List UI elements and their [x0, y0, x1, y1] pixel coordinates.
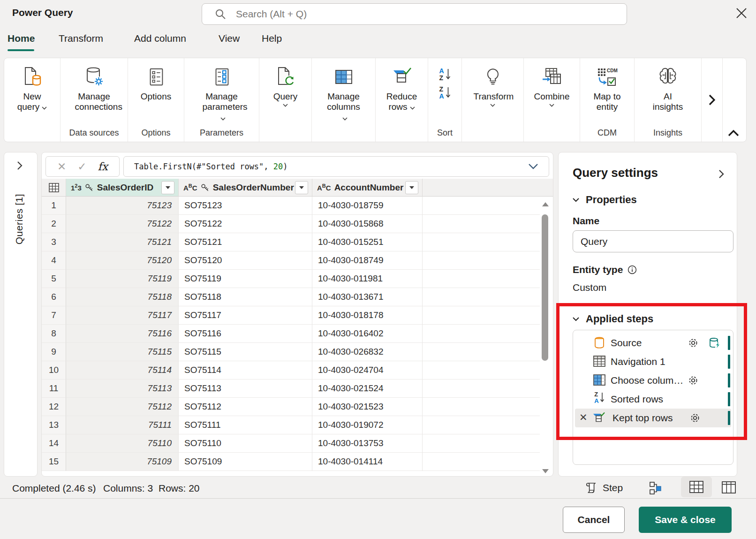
query-name-input[interactable]: Query — [573, 230, 733, 252]
data-source-lightning-icon[interactable] — [708, 336, 721, 349]
cell-salesorderid[interactable]: 75116 — [66, 325, 179, 343]
cell-accountnumber[interactable]: 10-4030-014114 — [312, 453, 423, 471]
step-kept-top-rows[interactable]: ✕ Kept top rows — [575, 409, 731, 427]
cell-accountnumber[interactable]: 10-4030-019072 — [312, 416, 423, 434]
applied-steps-section-header[interactable]: Applied steps — [573, 313, 653, 325]
step-source[interactable]: Source — [573, 334, 733, 352]
cell-salesordernumber[interactable]: SO75123 — [179, 197, 312, 215]
collapse-settings-icon[interactable] — [718, 169, 725, 179]
scrollbar-thumb[interactable] — [542, 214, 548, 361]
properties-section-header[interactable]: Properties — [573, 194, 637, 206]
step-sorted-rows[interactable]: ZA Sorted rows — [573, 390, 733, 409]
column-header-salesorderid[interactable]: 123 SalesOrderID — [66, 179, 179, 197]
tab-view[interactable]: View — [219, 33, 240, 44]
cell-salesorderid[interactable]: 75123 — [66, 197, 179, 215]
cell-salesorderid[interactable]: 75121 — [66, 233, 179, 251]
new-query-button[interactable]: New query — [4, 58, 60, 142]
cancel-button[interactable]: Cancel — [563, 507, 625, 533]
cell-salesorderid[interactable]: 75111 — [66, 416, 179, 434]
cell-accountnumber[interactable]: 10-4030-024704 — [312, 361, 423, 380]
cell-salesorderid[interactable]: 75122 — [66, 215, 179, 233]
sort-ascending-button[interactable]: AZ — [439, 68, 450, 81]
collapse-ribbon-button[interactable] — [727, 129, 740, 137]
formula-input[interactable]: Table.FirstN(#"Sorted rows", 20) — [123, 156, 549, 177]
delete-step-icon[interactable]: ✕ — [579, 412, 588, 422]
step-navigation[interactable]: Navigation 1 — [573, 352, 733, 371]
column-filter-button[interactable] — [161, 181, 174, 194]
cell-salesordernumber[interactable]: SO75112 — [179, 398, 312, 416]
cell-salesorderid[interactable]: 75112 — [66, 398, 179, 416]
row-number[interactable]: 14 — [42, 434, 66, 453]
cell-salesorderid[interactable]: 75113 — [66, 380, 179, 398]
cell-accountnumber[interactable]: 10-4030-018749 — [312, 251, 423, 270]
row-number[interactable]: 1 — [42, 197, 66, 215]
cell-salesorderid[interactable]: 75117 — [66, 306, 179, 325]
cell-salesordernumber[interactable]: SO75116 — [179, 325, 312, 343]
row-number[interactable]: 12 — [42, 398, 66, 416]
tab-transform[interactable]: Transform — [59, 33, 103, 44]
cell-salesordernumber[interactable]: SO75121 — [179, 233, 312, 251]
row-number[interactable]: 5 — [42, 270, 66, 288]
cell-salesordernumber[interactable]: SO75115 — [179, 343, 312, 361]
row-number[interactable]: 7 — [42, 306, 66, 325]
gear-icon[interactable] — [689, 412, 701, 424]
cell-salesordernumber[interactable]: SO75111 — [179, 416, 312, 434]
combine-button[interactable]: Combine — [524, 58, 580, 142]
cell-salesordernumber[interactable]: SO75114 — [179, 361, 312, 380]
tab-home[interactable]: Home — [8, 33, 35, 44]
info-icon[interactable] — [627, 265, 637, 274]
row-number[interactable]: 13 — [42, 416, 66, 434]
row-number[interactable]: 4 — [42, 251, 66, 270]
column-header-salesordernumber[interactable]: ABC SalesOrderNumber — [179, 179, 312, 197]
row-number[interactable]: 2 — [42, 215, 66, 233]
scroll-down-icon[interactable] — [542, 469, 549, 473]
cell-salesorderid[interactable]: 75118 — [66, 288, 179, 306]
cell-accountnumber[interactable]: 10-4030-013753 — [312, 434, 423, 453]
cell-accountnumber[interactable]: 10-4030-015868 — [312, 215, 423, 233]
queries-pane-label[interactable]: Queries [1] — [14, 194, 25, 244]
query-dependencies-icon[interactable] — [649, 481, 663, 495]
cell-salesorderid[interactable]: 75114 — [66, 361, 179, 380]
scroll-up-icon[interactable] — [542, 202, 549, 206]
data-view-button[interactable] — [681, 477, 712, 497]
column-filter-button[interactable] — [405, 181, 418, 194]
cell-salesordernumber[interactable]: SO75122 — [179, 215, 312, 233]
step-view-button[interactable]: Step — [585, 481, 623, 494]
close-icon[interactable] — [735, 7, 748, 20]
cell-accountnumber[interactable]: 10-4030-013671 — [312, 288, 423, 306]
row-number[interactable]: 11 — [42, 380, 66, 398]
cell-salesorderid[interactable]: 75110 — [66, 434, 179, 453]
schema-view-icon[interactable] — [721, 481, 736, 494]
row-number[interactable]: 15 — [42, 453, 66, 471]
vertical-scrollbar[interactable] — [540, 199, 551, 473]
column-filter-button[interactable] — [295, 181, 308, 194]
row-number[interactable]: 9 — [42, 343, 66, 361]
cell-salesordernumber[interactable]: SO75110 — [179, 434, 312, 453]
cell-salesorderid[interactable]: 75119 — [66, 270, 179, 288]
cell-accountnumber[interactable]: 10-4030-018759 — [312, 197, 423, 215]
formula-cancel-icon[interactable]: ✕ — [57, 161, 66, 172]
cell-accountnumber[interactable]: 10-4030-015251 — [312, 233, 423, 251]
cell-accountnumber[interactable]: 10-4030-021524 — [312, 380, 423, 398]
formula-commit-icon[interactable]: ✓ — [77, 161, 86, 172]
step-choose-columns[interactable]: Choose colum… — [573, 371, 733, 390]
formula-expand-icon[interactable] — [528, 163, 538, 169]
gear-icon[interactable] — [687, 337, 699, 349]
save-and-close-button[interactable]: Save & close — [639, 507, 732, 533]
cell-accountnumber[interactable]: 10-4030-018178 — [312, 306, 423, 325]
column-header-accountnumber[interactable]: ABC AccountNumber — [312, 179, 423, 197]
cell-accountnumber[interactable]: 10-4030-016402 — [312, 325, 423, 343]
cell-accountnumber[interactable]: 10-4030-011981 — [312, 270, 423, 288]
cell-salesordernumber[interactable]: SO75119 — [179, 270, 312, 288]
cell-salesordernumber[interactable]: SO75109 — [179, 453, 312, 471]
cell-salesorderid[interactable]: 75109 — [66, 453, 179, 471]
tab-add-column[interactable]: Add column — [134, 33, 186, 44]
select-all-corner[interactable] — [42, 179, 66, 197]
transform-button[interactable]: Transform — [462, 58, 523, 142]
cell-salesorderid[interactable]: 75120 — [66, 251, 179, 270]
ribbon-more-button[interactable] — [702, 58, 722, 142]
cell-salesordernumber[interactable]: SO75113 — [179, 380, 312, 398]
cell-accountnumber[interactable]: 10-4030-026832 — [312, 343, 423, 361]
tab-help[interactable]: Help — [262, 33, 282, 44]
cell-salesorderid[interactable]: 75115 — [66, 343, 179, 361]
